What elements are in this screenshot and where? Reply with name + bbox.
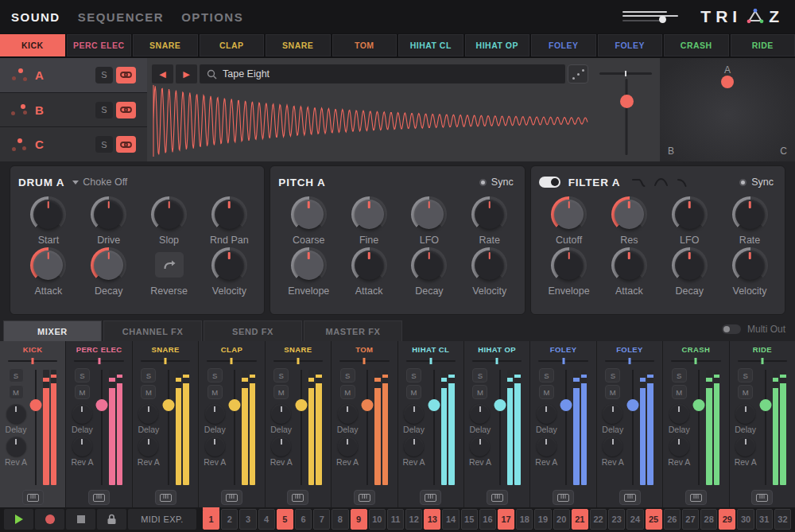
step-30[interactable]: 30 bbox=[737, 509, 754, 530]
nav-tab-sequencer[interactable]: SEQUENCER bbox=[78, 10, 165, 24]
strip-pan-slider[interactable] bbox=[472, 357, 522, 365]
strip-keyboard-button[interactable] bbox=[88, 490, 110, 505]
reverse-button[interactable] bbox=[155, 252, 184, 278]
knob-slop[interactable] bbox=[151, 196, 187, 232]
layer-solo-button[interactable]: S bbox=[95, 136, 113, 153]
strip-delay-knob[interactable] bbox=[138, 404, 158, 424]
strip-mute-button[interactable]: M bbox=[406, 385, 421, 399]
step-4[interactable]: 4 bbox=[258, 509, 275, 530]
step-2[interactable]: 2 bbox=[221, 509, 238, 530]
layer-solo-button[interactable]: S bbox=[95, 102, 113, 118]
strip-volume-fader[interactable] bbox=[294, 368, 308, 488]
random-sample-dice-button[interactable] bbox=[568, 64, 588, 83]
strip-keyboard-button[interactable] bbox=[619, 490, 641, 505]
strip-volume-fader[interactable] bbox=[29, 368, 43, 488]
strip-solo-button[interactable]: S bbox=[9, 368, 24, 382]
strip-keyboard-button[interactable] bbox=[221, 490, 242, 505]
strip-mute-button[interactable]: M bbox=[472, 385, 487, 399]
strip-reverb-knob[interactable] bbox=[603, 437, 622, 456]
strip-reverb-knob[interactable] bbox=[271, 437, 291, 456]
step-1[interactable]: 1 bbox=[203, 509, 219, 530]
strip-solo-button[interactable]: S bbox=[738, 368, 753, 382]
step-27[interactable]: 27 bbox=[682, 509, 699, 530]
step-25[interactable]: 25 bbox=[646, 509, 662, 530]
strip-mute-button[interactable]: M bbox=[340, 385, 355, 399]
knob-rate[interactable] bbox=[471, 196, 507, 232]
strip-reverb-knob[interactable] bbox=[205, 437, 225, 456]
mixer-strip-foley[interactable]: FOLEYSMDelayRev A bbox=[530, 341, 595, 507]
pan-slider[interactable] bbox=[599, 72, 652, 75]
strip-reverb-knob[interactable] bbox=[669, 437, 689, 456]
knob-decay[interactable] bbox=[411, 247, 447, 283]
step-23[interactable]: 23 bbox=[608, 509, 625, 530]
step-11[interactable]: 11 bbox=[387, 509, 404, 530]
strip-pan-slider[interactable] bbox=[8, 357, 57, 365]
strip-pan-slider[interactable] bbox=[605, 357, 654, 365]
mixer-strip-snare[interactable]: SNARESMDelayRev A bbox=[266, 341, 331, 507]
step-20[interactable]: 20 bbox=[553, 509, 570, 530]
strip-delay-knob[interactable] bbox=[603, 404, 622, 424]
knob-envelope[interactable] bbox=[551, 247, 587, 283]
pad-clap[interactable]: CLAP bbox=[200, 34, 265, 56]
layer-row-c[interactable]: CS bbox=[0, 127, 147, 161]
knob-lfo[interactable] bbox=[672, 196, 708, 232]
step-15[interactable]: 15 bbox=[461, 509, 478, 530]
mixer-strip-perc-elec[interactable]: PERC ELECSMDelayRev A bbox=[66, 341, 131, 507]
strip-volume-fader[interactable] bbox=[161, 368, 176, 488]
mixer-strip-foley[interactable]: FOLEYSMDelayRev A bbox=[597, 341, 662, 507]
pad-foley[interactable]: FOLEY bbox=[531, 34, 596, 56]
strip-keyboard-button[interactable] bbox=[22, 490, 44, 505]
strip-reverb-knob[interactable] bbox=[6, 437, 26, 456]
mixer-strip-kick[interactable]: KICKSMDelayRev A bbox=[0, 341, 65, 507]
mixer-tab-channel-fx[interactable]: CHANNEL FX bbox=[103, 320, 202, 341]
step-8[interactable]: 8 bbox=[332, 509, 348, 530]
strip-delay-knob[interactable] bbox=[205, 404, 225, 424]
strip-reverb-knob[interactable] bbox=[470, 437, 490, 456]
mixer-strip-hihat-op[interactable]: HIHAT OPSMDelayRev A bbox=[464, 341, 529, 507]
sync-toggle[interactable]: Sync bbox=[739, 177, 774, 188]
mixer-strip-snare[interactable]: SNARESMDelayRev A bbox=[133, 341, 198, 507]
nav-tab-sound[interactable]: SOUND bbox=[11, 10, 60, 24]
strip-solo-button[interactable]: S bbox=[141, 368, 156, 382]
knob-lfo[interactable] bbox=[411, 196, 447, 232]
sync-toggle[interactable]: Sync bbox=[479, 177, 514, 188]
strip-keyboard-button[interactable] bbox=[287, 490, 308, 505]
strip-mute-button[interactable]: M bbox=[672, 385, 687, 399]
strip-reverb-knob[interactable] bbox=[404, 437, 424, 456]
step-22[interactable]: 22 bbox=[590, 509, 607, 530]
lowpass-filter-icon[interactable] bbox=[631, 177, 646, 188]
strip-delay-knob[interactable] bbox=[72, 404, 92, 424]
mixer-strip-clap[interactable]: CLAPSMDelayRev A bbox=[199, 341, 264, 507]
strip-reverb-knob[interactable] bbox=[735, 437, 755, 456]
volume-slider-thumb[interactable] bbox=[620, 95, 634, 108]
step-24[interactable]: 24 bbox=[626, 509, 643, 530]
knob-decay[interactable] bbox=[91, 247, 126, 283]
strip-solo-button[interactable]: S bbox=[472, 368, 487, 382]
choke-dropdown[interactable]: Choke Off bbox=[72, 177, 127, 188]
step-14[interactable]: 14 bbox=[442, 509, 459, 530]
strip-mute-button[interactable]: M bbox=[539, 385, 554, 399]
knob-start[interactable] bbox=[30, 196, 66, 232]
pad-ride[interactable]: RIDE bbox=[731, 34, 795, 56]
strip-solo-button[interactable]: S bbox=[539, 368, 554, 382]
pad-crash[interactable]: CRASH bbox=[664, 34, 729, 56]
strip-solo-button[interactable]: S bbox=[340, 368, 355, 382]
knob-decay[interactable] bbox=[672, 247, 708, 283]
strip-mute-button[interactable]: M bbox=[273, 385, 289, 399]
record-button[interactable] bbox=[35, 509, 64, 530]
strip-volume-fader[interactable] bbox=[360, 368, 374, 488]
step-31[interactable]: 31 bbox=[756, 509, 773, 530]
next-sample-button[interactable]: ▶ bbox=[176, 64, 197, 83]
strip-delay-knob[interactable] bbox=[271, 404, 291, 424]
mixer-strip-tom[interactable]: TOMSMDelayRev A bbox=[332, 341, 397, 507]
volume-slider[interactable] bbox=[626, 79, 628, 155]
strip-delay-knob[interactable] bbox=[470, 404, 490, 424]
step-9[interactable]: 9 bbox=[351, 509, 367, 530]
strip-pan-slider[interactable] bbox=[273, 357, 323, 365]
knob-velocity[interactable] bbox=[471, 247, 507, 283]
pad-tom[interactable]: TOM bbox=[332, 34, 398, 56]
strip-pan-slider[interactable] bbox=[538, 357, 588, 365]
layer-row-b[interactable]: BS bbox=[0, 93, 147, 127]
step-5[interactable]: 5 bbox=[277, 509, 293, 530]
strip-reverb-knob[interactable] bbox=[338, 437, 358, 456]
